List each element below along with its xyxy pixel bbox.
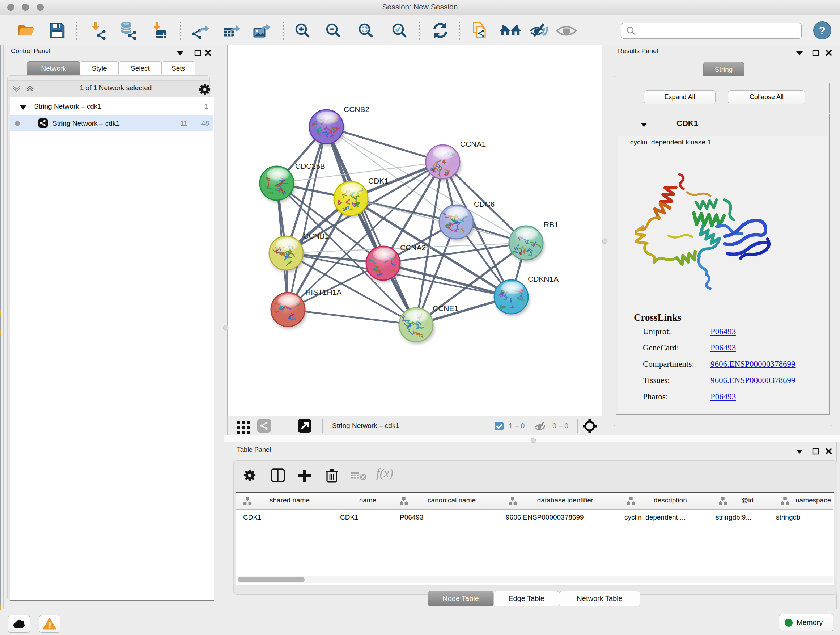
svg-text:CCNB2: CCNB2 [344, 105, 369, 113]
svg-text:CDC6: CDC6 [474, 200, 494, 208]
svg-text:HIST1H1A: HIST1H1A [305, 288, 341, 296]
svg-text:CCNB1: CCNB1 [303, 232, 329, 240]
svg-text:CDK1: CDK1 [368, 177, 388, 185]
svg-text:CCNE1: CCNE1 [433, 304, 458, 312]
svg-text:CCNA1: CCNA1 [460, 140, 486, 148]
svg-text:CDC25B: CDC25B [295, 162, 325, 170]
svg-text:RB1: RB1 [544, 220, 559, 229]
svg-text:CDKN1A: CDKN1A [528, 275, 559, 283]
svg-text:?: ? [819, 24, 826, 36]
svg-text:CCNA2: CCNA2 [400, 243, 426, 252]
